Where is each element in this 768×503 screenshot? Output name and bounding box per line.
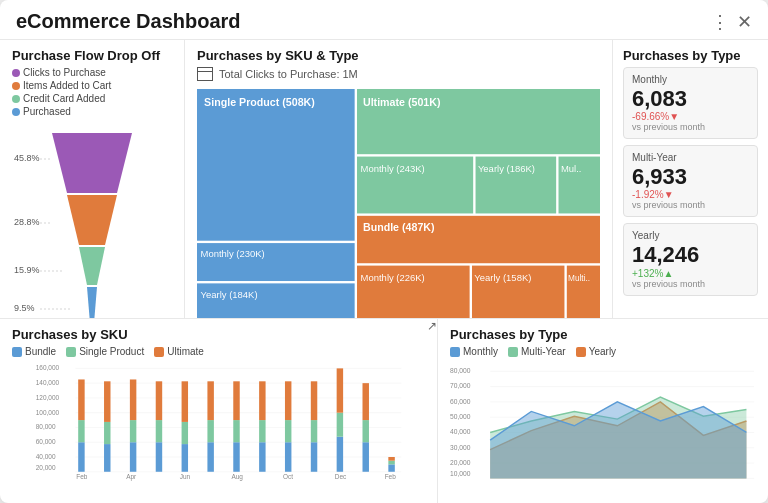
svg-text:Feb: Feb [385, 473, 397, 480]
close-icon[interactable]: ✕ [737, 11, 752, 33]
svg-text:Bundle (487K): Bundle (487K) [363, 221, 435, 233]
svg-rect-49 [182, 381, 188, 422]
svg-text:50,000: 50,000 [450, 413, 471, 420]
svg-text:Aug: Aug [231, 473, 243, 481]
svg-rect-50 [207, 442, 213, 472]
stat-value-yearly: 14,246 [632, 243, 749, 267]
svg-rect-70 [363, 383, 369, 420]
legend-label-ultimate: Ultimate [167, 346, 204, 357]
legend-label-single: Single Product [79, 346, 144, 357]
stat-change-monthly: -69.66%▼ [632, 111, 749, 122]
svg-rect-44 [156, 442, 162, 472]
svg-rect-37 [78, 379, 84, 420]
sku-bar-chart: 160,000 140,000 120,000 100,000 80,000 6… [12, 361, 425, 481]
legend-item-purchased: Purchased [12, 106, 71, 117]
svg-rect-51 [207, 420, 213, 442]
svg-text:Mul..: Mul.. [561, 163, 582, 174]
legend-label-monthly-type: Monthly [463, 346, 498, 357]
cell-single-product [197, 89, 355, 241]
purchase-flow-title: Purchase Flow Drop Off [12, 48, 172, 63]
stat-cards-container: Monthly 6,083 -69.66%▼ vs previous month… [623, 67, 758, 310]
svg-rect-58 [259, 381, 265, 420]
legend-dot-cart [12, 82, 20, 90]
legend-label-cart: Items Added to Cart [23, 80, 111, 91]
svg-text:30,000: 30,000 [450, 444, 471, 451]
svg-text:20,000: 20,000 [450, 459, 471, 466]
svg-rect-48 [182, 422, 188, 444]
svg-text:20,000: 20,000 [36, 464, 56, 471]
svg-text:Monthly (226K): Monthly (226K) [361, 272, 425, 283]
stat-value-multiyear: 6,933 [632, 165, 749, 189]
svg-rect-45 [156, 420, 162, 442]
svg-text:100,000: 100,000 [36, 409, 60, 416]
legend-label-purchased: Purchased [23, 106, 71, 117]
svg-text:Dec: Dec [335, 473, 347, 480]
menu-icon[interactable]: ⋮ [711, 11, 729, 33]
svg-rect-68 [363, 442, 369, 472]
svg-text:9.5%: 9.5% [14, 303, 35, 313]
legend-item-cc: Credit Card Added [12, 93, 105, 104]
svg-rect-62 [311, 442, 317, 472]
legend-dot-monthly-type [450, 347, 460, 357]
svg-rect-54 [233, 420, 239, 442]
type-area-chart: 80,000 70,000 60,000 50,000 40,000 30,00… [450, 361, 756, 481]
treemap-icon [197, 67, 213, 81]
svg-rect-56 [259, 442, 265, 472]
stat-label-yearly: Yearly [632, 230, 749, 241]
svg-text:Feb: Feb [76, 473, 88, 480]
svg-rect-60 [285, 420, 291, 442]
legend-dot-yearly-type [576, 347, 586, 357]
svg-rect-64 [311, 381, 317, 420]
purchases-sku-type-title: Purchases by SKU & Type [197, 48, 600, 63]
legend-dot-cc [12, 95, 20, 103]
legend-yearly-type: Yearly [576, 346, 616, 357]
sku-chart-area: 160,000 140,000 120,000 100,000 80,000 6… [12, 361, 425, 485]
svg-text:40,000: 40,000 [450, 428, 471, 435]
expand-icon[interactable]: ↗ [427, 319, 437, 333]
purchases-by-sku-title: Purchases by SKU [12, 327, 128, 342]
legend-monthly-type: Monthly [450, 346, 498, 357]
svg-text:80,000: 80,000 [450, 367, 471, 374]
svg-text:Multi..: Multi.. [568, 273, 590, 283]
svg-rect-66 [337, 413, 343, 437]
purchase-flow-panel: Purchase Flow Drop Off Clicks to Purchas… [0, 40, 185, 318]
legend-item-cart: Items Added to Cart [12, 80, 111, 91]
svg-text:Yearly (184K): Yearly (184K) [201, 289, 258, 300]
svg-text:May: May [550, 480, 563, 481]
svg-rect-67 [337, 368, 343, 412]
legend-bundle: Bundle [12, 346, 56, 357]
svg-rect-46 [156, 381, 162, 420]
legend-label-clicks: Clicks to Purchase [23, 67, 106, 78]
treemap-svg: Single Product (508K) Ultimate (501K) Mo… [197, 87, 600, 318]
svg-rect-38 [104, 444, 110, 472]
main-content: Purchase Flow Drop Off Clicks to Purchas… [0, 40, 768, 318]
svg-text:120,000: 120,000 [36, 394, 60, 401]
svg-text:0: 0 [453, 480, 457, 481]
purchases-by-type-chart-title: Purchases by Type [450, 327, 756, 342]
bottom-row: Purchases by SKU ↗ Bundle Single Product… [0, 318, 768, 503]
svg-rect-40 [104, 381, 110, 422]
treemap-container: Single Product (508K) Ultimate (501K) Mo… [197, 87, 600, 318]
header: eCommerce Dashboard ⋮ ✕ [0, 0, 768, 40]
svg-rect-71 [388, 464, 394, 471]
svg-text:Jun: Jun [180, 473, 191, 480]
stat-card-yearly: Yearly 14,246 +132%▲ vs previous month [623, 223, 758, 295]
stat-vs-monthly: vs previous month [632, 122, 749, 132]
svg-rect-35 [78, 442, 84, 472]
funnel-chart: 45.8% 28.8% 15.9% 9.5% [12, 123, 172, 318]
svg-text:Oct: Oct [283, 473, 293, 480]
funnel-layer-green [79, 247, 105, 285]
header-actions: ⋮ ✕ [711, 11, 752, 33]
legend-dot-bundle [12, 347, 22, 357]
svg-rect-57 [259, 420, 265, 442]
svg-text:Single Product (508K): Single Product (508K) [204, 96, 315, 108]
legend-multiyear-type: Multi-Year [508, 346, 566, 357]
stat-label-monthly: Monthly [632, 74, 749, 85]
svg-text:Yearly (158K): Yearly (158K) [474, 272, 531, 283]
stat-vs-multiyear: vs previous month [632, 200, 749, 210]
type-chart-area: 80,000 70,000 60,000 50,000 40,000 30,00… [450, 361, 756, 485]
svg-rect-36 [78, 420, 84, 442]
svg-rect-42 [130, 420, 136, 442]
dashboard: eCommerce Dashboard ⋮ ✕ Purchase Flow Dr… [0, 0, 768, 503]
legend-label-cc: Credit Card Added [23, 93, 105, 104]
